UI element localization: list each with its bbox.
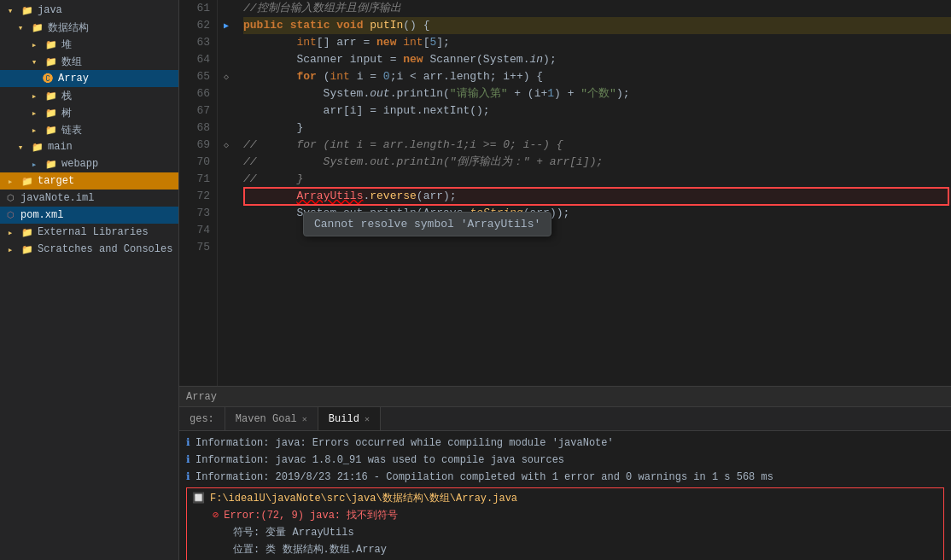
code-line-70: // System.out.println("倒序输出为：" + arr[i])… <box>243 154 951 171</box>
tab-build[interactable]: Build ✕ <box>318 407 381 430</box>
sidebar-label: java <box>38 4 62 16</box>
tab-label: ges: <box>190 413 214 425</box>
sidebar-label: pom.xml <box>20 209 63 221</box>
sidebar-label: 数组 <box>61 55 82 69</box>
sidebar-label: 栈 <box>61 89 72 103</box>
folder-icon: ▸ <box>3 225 17 239</box>
code-line-72: ArrayUtils.reverse(arr); <box>243 188 951 205</box>
code-line-61: //控制台输入数组并且倒序输出 <box>243 0 951 17</box>
folder-color-icon: 📁 <box>31 140 44 154</box>
folder-color-icon: 📁 <box>44 38 58 51</box>
sidebar-item-webapp[interactable]: ▸ 📁 webapp <box>0 155 178 172</box>
error-detail-3: 位置: 类 数据结构.数组.Array <box>192 541 938 558</box>
code-line-68: } <box>243 120 951 137</box>
code-line-62: public static void putIn() { <box>243 17 951 34</box>
folder-color-icon: 📁 <box>44 89 58 102</box>
line-numbers: 61 62 63 64 65 66 67 68 69 70 71 72 73 7… <box>179 0 218 386</box>
code-content: 61 62 63 64 65 66 67 68 69 70 71 72 73 7… <box>179 0 951 386</box>
sidebar-item-heap[interactable]: ▸ 📁 堆 <box>0 36 178 53</box>
error-file-path: F:\idealU\javaNote\src\java\数据结构\数组\Arra… <box>210 490 517 507</box>
folder-color-icon: 📁 <box>20 174 34 188</box>
folder-color-icon: 📁 <box>31 20 44 34</box>
error-detail-2: 符号: 变量 ArrayUtils <box>192 524 938 541</box>
close-maven-goal-button[interactable]: ✕ <box>302 414 307 424</box>
gutter-markers: ▶ ◇ ◇ <box>218 0 235 386</box>
build-line-1: ℹ Information: java: Errors occurred whi… <box>186 435 944 452</box>
code-line-64: Scanner input = new Scanner(System.in); <box>243 51 951 68</box>
sidebar-label: External Libraries <box>38 226 149 238</box>
error-icon-2: ⊘ <box>213 507 219 524</box>
sidebar-item-linked-list[interactable]: ▸ 📁 链表 <box>0 121 178 138</box>
tooltip-box: Cannot resolve symbol 'ArrayUtils' <box>303 212 551 236</box>
code-line-65: for (int i = 0;i < arr.length; i++) { <box>243 68 951 85</box>
build-output: ℹ Information: java: Errors occurred whi… <box>179 431 951 560</box>
code-area[interactable]: //控制台输入数组并且倒序输出 public static void putIn… <box>235 0 951 386</box>
main-layout: ▾ 📁 java ▾ 📁 数据结构 ▸ 📁 堆 ▾ 📁 数组 🅒 Array <box>0 0 951 560</box>
folder-color-icon: 📁 <box>44 157 58 171</box>
build-text-1: Information: java: Errors occurred while… <box>195 435 614 452</box>
folder-color-icon: 📁 <box>44 123 58 137</box>
bottom-tabs: ges: Maven Goal ✕ Build ✕ <box>179 407 951 431</box>
build-text-2: Information: javac 1.8.0_91 was used to … <box>195 452 564 469</box>
error-detail-1: ⊘ Error:(72, 9) java: 找不到符号 <box>192 507 938 524</box>
sidebar-item-stack[interactable]: ▸ 📁 栈 <box>0 87 178 104</box>
build-line-3: ℹ Information: 2019/8/23 21:16 - Compila… <box>186 469 944 486</box>
file-tree-sidebar: ▾ 📁 java ▾ 📁 数据结构 ▸ 📁 堆 ▾ 📁 数组 🅒 Array <box>0 0 179 560</box>
build-text-3: Information: 2019/8/23 21:16 - Compilati… <box>195 469 773 486</box>
tooltip-text: Cannot resolve symbol 'ArrayUtils' <box>314 218 540 230</box>
tab-label: Build <box>329 413 359 425</box>
close-build-button[interactable]: ✕ <box>365 414 370 424</box>
sidebar-item-main[interactable]: ▾ 📁 main <box>0 138 178 155</box>
sidebar-item-data-structure[interactable]: ▾ 📁 数据结构 <box>0 19 178 36</box>
sidebar-item-array-group[interactable]: ▾ 📁 数组 <box>0 53 178 70</box>
sidebar-item-scratches[interactable]: ▸ 📁 Scratches and Consoles <box>0 241 178 258</box>
sidebar-item-target[interactable]: ▸ 📁 target <box>0 172 178 190</box>
folder-icon: ▸ <box>27 38 41 51</box>
tab-messages[interactable]: ges: <box>179 407 225 430</box>
folder-color-icon: 📁 <box>44 106 58 120</box>
sidebar-item-tree[interactable]: ▸ 📁 树 <box>0 104 178 121</box>
error-path-line: 🔲 F:\idealU\javaNote\src\java\数据结构\数组\Ar… <box>192 490 938 507</box>
editor-file-tab: Array <box>186 391 217 403</box>
sidebar-label: main <box>48 141 73 153</box>
folder-icon: ▸ <box>27 123 41 137</box>
sidebar-label: 堆 <box>61 38 72 52</box>
sidebar-item-external-libs[interactable]: ▸ 📁 External Libraries <box>0 224 178 241</box>
java-file-icon: 🅒 <box>41 72 55 85</box>
folder-open-icon: ▾ <box>14 20 27 34</box>
folder-open-icon: ▾ <box>14 140 27 154</box>
code-line-69: // for (int i = arr.length-1;i >= 0; i--… <box>243 137 951 154</box>
sidebar-item-javaNote-iml[interactable]: ⬡ javaNote.iml <box>0 190 178 207</box>
info-icon-1: ℹ <box>186 435 190 452</box>
sidebar-label: target <box>38 175 74 187</box>
error-main-text: Error:(72, 9) java: 找不到符号 <box>224 507 398 524</box>
sidebar-item-java[interactable]: ▾ 📁 java <box>0 2 178 19</box>
folder-color-icon: 📁 <box>20 3 34 17</box>
sidebar-item-array-java[interactable]: 🅒 Array <box>0 70 178 87</box>
info-icon-2: ℹ <box>186 452 190 469</box>
editor-tab-bar: Array <box>179 386 951 406</box>
folder-open-icon: ▾ <box>3 3 17 17</box>
sidebar-label: 树 <box>61 106 72 120</box>
info-icon-3: ℹ <box>186 469 190 486</box>
pom-icon: ⬡ <box>3 208 17 222</box>
error-icon: 🔲 <box>192 490 205 507</box>
sidebar-label: Scratches and Consoles <box>38 243 172 255</box>
code-editor[interactable]: 61 62 63 64 65 66 67 68 69 70 71 72 73 7… <box>179 0 951 406</box>
iml-icon: ⬡ <box>3 191 17 205</box>
tab-maven-goal[interactable]: Maven Goal ✕ <box>225 407 318 430</box>
sidebar-label: javaNote.iml <box>20 192 94 204</box>
sidebar-item-pom-xml[interactable]: ⬡ pom.xml <box>0 207 178 224</box>
tooltip-overlay: Cannot resolve symbol 'ArrayUtils' <box>303 212 551 236</box>
folder-color-icon: 📁 <box>20 225 34 239</box>
folder-color-icon: 📁 <box>44 55 58 68</box>
code-line-66: System.out.println("请输入第" + (i+1) + "个数"… <box>243 85 951 102</box>
code-line-71: // } <box>243 171 951 188</box>
error-symbol-text: 符号: 变量 ArrayUtils <box>233 524 354 541</box>
code-line-67: arr[i] = input.nextInt(); <box>243 102 951 120</box>
build-line-2: ℹ Information: javac 1.8.0_91 was used t… <box>186 452 944 469</box>
tab-label: Maven Goal <box>236 413 297 425</box>
folder-icon: ▸ <box>3 174 17 188</box>
sidebar-label: 数据结构 <box>48 20 89 35</box>
folder-icon: ▸ <box>3 242 17 256</box>
